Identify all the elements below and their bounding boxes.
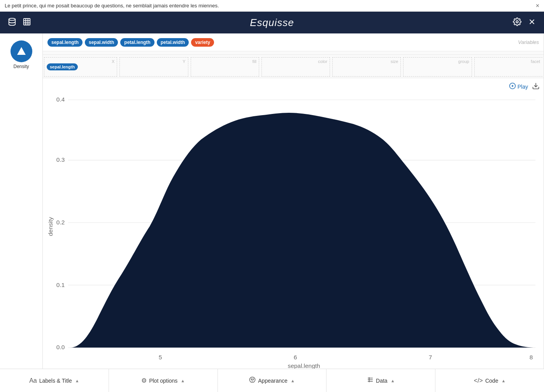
axis-slot-y[interactable]: Y	[119, 57, 188, 77]
plot-options-arrow: ▲	[181, 378, 185, 383]
svg-text:5: 5	[159, 354, 162, 360]
axis-facet-label: facet	[531, 59, 540, 64]
tab-data[interactable]: Data ▲	[326, 369, 435, 392]
svg-text:0.3: 0.3	[56, 156, 65, 163]
appearance-arrow: ▲	[291, 378, 295, 383]
close-icon[interactable]	[528, 18, 536, 28]
tab-data-label: Data	[376, 378, 388, 384]
chart-toolbar: Play	[47, 82, 540, 91]
svg-point-0	[9, 18, 16, 20]
labels-title-arrow: ▲	[75, 378, 79, 383]
data-icon	[367, 376, 374, 385]
code-icon: </>	[474, 377, 483, 384]
axis-slot-fill[interactable]: fill	[191, 57, 259, 77]
tab-plot-options[interactable]: ⚙ Plot options ▲	[109, 369, 218, 392]
density-fill	[70, 113, 533, 348]
svg-point-29	[250, 377, 255, 382]
bottom-tabs: Aa Labels & Title ▲ ⚙ Plot options ▲ App…	[0, 369, 544, 392]
chip-petal-width[interactable]: petal.width	[157, 38, 189, 47]
plot-options-icon: ⚙	[141, 377, 147, 384]
axis-fill-label: fill	[252, 59, 256, 64]
axis-x-label: X	[112, 59, 114, 64]
svg-point-30	[251, 379, 252, 380]
tab-labels-title-label: Labels & Title	[39, 378, 72, 384]
chart-area: Play 0.4 0.3 0.2 0.1 0.0	[43, 78, 544, 369]
header-right-icons	[513, 18, 536, 28]
svg-marker-11	[512, 85, 514, 87]
tab-appearance[interactable]: Appearance ▲	[218, 369, 327, 392]
svg-rect-1	[24, 18, 30, 25]
axis-slot-facet[interactable]: facet	[474, 57, 542, 77]
variables-chips-row: sepal.length sepal.width petal.length pe…	[43, 33, 544, 51]
sidebar-density-item[interactable]: Density	[7, 37, 35, 72]
table-icon[interactable]	[23, 18, 31, 28]
axis-slot-color[interactable]: color	[261, 57, 330, 77]
top-bar: Le petit prince, qui me posait beaucoup …	[0, 0, 544, 12]
chart-container: 0.4 0.3 0.2 0.1 0.0 density 5 6	[47, 93, 540, 369]
play-label: Play	[518, 84, 528, 90]
svg-text:6: 6	[294, 354, 297, 360]
database-icon[interactable]	[8, 18, 16, 28]
tab-appearance-label: Appearance	[258, 378, 288, 384]
appearance-icon	[249, 376, 256, 385]
svg-text:density: density	[47, 217, 54, 236]
svg-text:7: 7	[429, 354, 432, 360]
header-left-icons	[8, 18, 31, 28]
chip-sepal-width[interactable]: sepal.width	[85, 38, 118, 47]
main-area: Density sepal.length sepal.width petal.l…	[0, 33, 544, 369]
svg-text:0.0: 0.0	[56, 344, 65, 350]
svg-marker-9	[17, 47, 26, 55]
svg-point-31	[253, 379, 254, 380]
download-button[interactable]	[532, 82, 540, 91]
density-chart: 0.4 0.3 0.2 0.1 0.0 density 5 6	[47, 93, 540, 369]
chip-sepal-length[interactable]: sepal.length	[47, 38, 82, 47]
play-icon	[509, 82, 516, 91]
tab-plot-options-label: Plot options	[149, 378, 177, 384]
axis-x-chip: sepal.length	[47, 63, 78, 70]
svg-text:0.1: 0.1	[56, 281, 65, 288]
sidebar-density-label: Density	[13, 64, 29, 69]
density-icon-circle	[11, 40, 32, 62]
chip-variety[interactable]: variety	[191, 38, 214, 47]
tab-code[interactable]: </> Code ▲	[435, 369, 544, 392]
drag-area	[43, 51, 544, 55]
header: Esquisse	[0, 12, 544, 33]
play-button[interactable]: Play	[509, 82, 528, 91]
chip-petal-length[interactable]: petal.length	[120, 38, 154, 47]
svg-text:0.2: 0.2	[56, 219, 65, 226]
axis-color-label: color	[318, 59, 327, 64]
sidebar: Density	[0, 33, 43, 369]
top-bar-close[interactable]: ×	[536, 2, 539, 9]
axis-slot-x[interactable]: sepal.length X	[44, 57, 117, 77]
svg-text:8: 8	[530, 354, 533, 360]
labels-title-icon: Aa	[29, 377, 37, 384]
variables-label: Variables	[518, 39, 539, 45]
svg-text:sepal.length: sepal.length	[288, 362, 320, 369]
axis-slot-size[interactable]: size	[332, 57, 401, 77]
tab-code-label: Code	[485, 378, 498, 384]
axis-slot-group[interactable]: group	[403, 57, 472, 77]
top-bar-text: Le petit prince, qui me posait beaucoup …	[5, 3, 219, 9]
tab-labels-title[interactable]: Aa Labels & Title ▲	[0, 369, 109, 392]
header-title: Esquisse	[31, 17, 513, 29]
code-arrow: ▲	[501, 378, 505, 383]
svg-text:0.4: 0.4	[56, 96, 65, 103]
svg-point-6	[516, 21, 518, 23]
variables-panel: sepal.length sepal.width petal.length pe…	[43, 33, 544, 369]
data-arrow: ▲	[391, 378, 395, 383]
axis-y-label: Y	[183, 59, 185, 64]
axis-group-label: group	[458, 59, 469, 64]
axis-size-label: size	[391, 59, 398, 64]
gear-icon[interactable]	[513, 18, 521, 28]
axes-row: sepal.length X Y fill color size group f…	[43, 55, 544, 78]
